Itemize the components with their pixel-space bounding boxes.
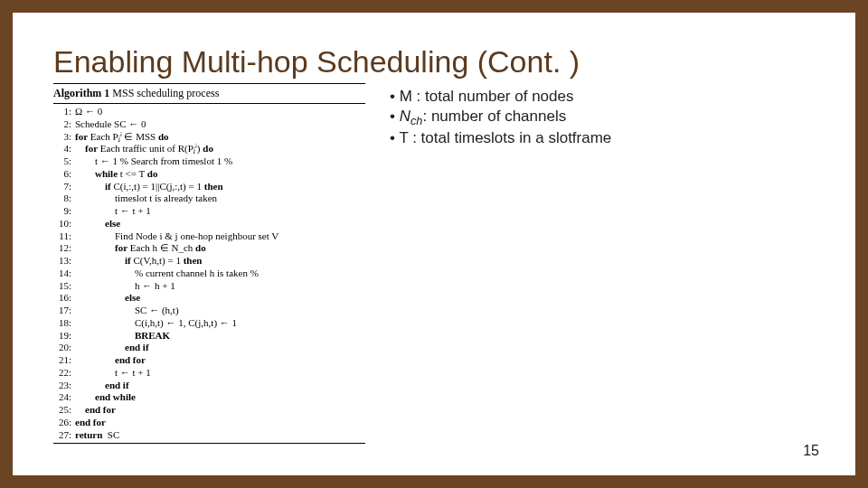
- line-number: 18:: [53, 317, 75, 330]
- algorithm-line: 5: t ← 1 % Search from timeslot 1 %: [53, 155, 365, 168]
- slide-title: Enabling Multi-hop Scheduling (Cont. ): [53, 44, 815, 80]
- line-code: end if: [75, 380, 129, 392]
- slide-number: 15: [803, 443, 819, 459]
- algorithm-line: 10: else: [53, 218, 365, 230]
- algorithm-line: 22: t ← t + 1: [53, 367, 365, 380]
- line-number: 24:: [53, 391, 75, 404]
- line-number: 16:: [53, 292, 75, 305]
- line-number: 21:: [53, 354, 75, 367]
- legend-nch-rest: : number of channels: [422, 108, 566, 125]
- line-code: end for: [75, 354, 146, 367]
- line-number: 25:: [53, 404, 75, 417]
- line-number: 11:: [53, 230, 75, 243]
- algorithm-line: 26:end for: [53, 417, 365, 429]
- algorithm-line: 21: end for: [53, 354, 365, 367]
- line-code: end for: [75, 417, 106, 429]
- line-code: t ← t + 1: [75, 205, 151, 218]
- line-code: timeslot t is already taken: [75, 192, 217, 205]
- algorithm-line: 12: for Each h ∈ N_ch do: [53, 242, 365, 255]
- line-code: BREAK: [75, 330, 170, 343]
- legend-m: M : total number of nodes: [388, 88, 611, 106]
- algorithm-line: 23: end if: [53, 380, 365, 392]
- legend-nch-sub: ch: [410, 114, 422, 127]
- line-code: C(i,h,t) ← 1, C(j,h,t) ← 1: [75, 317, 237, 330]
- algorithm-line: 15: h ← h + 1: [53, 280, 365, 293]
- line-code: if C(i,:,t) = 1||C(j,:,t) = 1 then: [75, 181, 223, 193]
- line-number: 8:: [53, 192, 75, 205]
- line-number: 6:: [53, 168, 75, 181]
- line-code: end for: [75, 404, 116, 417]
- algorithm-line: 13: if C(V,h,t) = 1 then: [53, 255, 365, 267]
- algorithm-line: 16: else: [53, 292, 365, 305]
- legend-nch: Nch: number of channels: [388, 108, 611, 127]
- line-code: % current channel h is taken %: [75, 267, 259, 280]
- algorithm-line: 27:return SC: [53, 429, 365, 442]
- legend: M : total number of nodes Nch: number of…: [388, 88, 611, 444]
- line-code: if C(V,h,t) = 1 then: [75, 255, 202, 267]
- algorithm-caption-bold: Algorithm 1: [53, 87, 109, 99]
- line-number: 22:: [53, 367, 75, 380]
- line-number: 2:: [53, 118, 75, 131]
- line-number: 5:: [53, 155, 75, 168]
- line-code: t ← t + 1: [75, 367, 151, 380]
- line-number: 23:: [53, 380, 75, 392]
- legend-t: T : total timeslots in a slotframe: [388, 129, 611, 147]
- algorithm-line: 8: timeslot t is already taken: [53, 192, 365, 205]
- algorithm-line: 14: % current channel h is taken %: [53, 267, 365, 280]
- algorithm-line: 24: end while: [53, 391, 365, 404]
- line-number: 19:: [53, 330, 75, 343]
- line-number: 26:: [53, 417, 75, 429]
- algorithm-line: 19: BREAK: [53, 330, 365, 343]
- line-code: else: [75, 218, 120, 230]
- algorithm-line: 1:Ω ← 0: [53, 106, 365, 118]
- line-number: 13:: [53, 255, 75, 267]
- algorithm-line: 25: end for: [53, 404, 365, 417]
- line-number: 17:: [53, 305, 75, 317]
- line-number: 9:: [53, 205, 75, 218]
- line-code: Find Node i & j one-hop neighbour set V: [75, 230, 278, 243]
- algorithm-box: Algorithm 1 MSS scheduling process 1:Ω ←…: [53, 83, 365, 444]
- algorithm-line: 18: C(i,h,t) ← 1, C(j,h,t) ← 1: [53, 317, 365, 330]
- line-number: 20:: [53, 342, 75, 354]
- line-number: 10:: [53, 218, 75, 230]
- slide-content: Enabling Multi-hop Scheduling (Cont. ) A…: [13, 13, 855, 475]
- algorithm-line: 7: if C(i,:,t) = 1||C(j,:,t) = 1 then: [53, 181, 365, 193]
- algorithm-line: 9: t ← t + 1: [53, 205, 365, 218]
- line-code: Ω ← 0: [75, 106, 102, 118]
- algorithm-line: 11: Find Node i & j one-hop neighbour se…: [53, 230, 365, 243]
- line-code: while t <= T do: [75, 168, 157, 181]
- line-number: 14:: [53, 267, 75, 280]
- legend-nch-sym: N: [400, 108, 410, 125]
- line-code: end if: [75, 342, 149, 354]
- line-number: 4:: [53, 143, 75, 155]
- line-code: else: [75, 292, 140, 305]
- algorithm-line: 20: end if: [53, 342, 365, 354]
- algorithm-line: 3:for Each Pⱼⁱ ∈ MSS do: [53, 131, 365, 144]
- line-code: for Each traffic unit of R(Pⱼⁱ) do: [75, 143, 213, 155]
- line-number: 1:: [53, 106, 75, 118]
- line-number: 12:: [53, 242, 75, 255]
- line-number: 15:: [53, 280, 75, 293]
- line-code: return SC: [75, 429, 119, 442]
- algorithm-body: 1:Ω ← 02:Schedule SC ← 03:for Each Pⱼⁱ ∈…: [53, 104, 365, 444]
- algorithm-caption: Algorithm 1 MSS scheduling process: [53, 83, 365, 104]
- line-code: h ← h + 1: [75, 280, 175, 293]
- line-number: 3:: [53, 131, 75, 144]
- line-code: SC ← (h,t): [75, 305, 179, 317]
- line-number: 27:: [53, 429, 75, 442]
- line-code: for Each h ∈ N_ch do: [75, 242, 206, 255]
- algorithm-caption-rest: MSS scheduling process: [109, 87, 219, 99]
- content-row: Algorithm 1 MSS scheduling process 1:Ω ←…: [53, 83, 815, 444]
- line-code: end while: [75, 391, 136, 404]
- line-code: for Each Pⱼⁱ ∈ MSS do: [75, 131, 169, 144]
- algorithm-line: 6: while t <= T do: [53, 168, 365, 181]
- slide-frame: Enabling Multi-hop Scheduling (Cont. ) A…: [0, 0, 868, 488]
- line-code: Schedule SC ← 0: [75, 118, 146, 131]
- line-code: t ← 1 % Search from timeslot 1 %: [75, 155, 232, 168]
- algorithm-line: 4: for Each traffic unit of R(Pⱼⁱ) do: [53, 143, 365, 155]
- line-number: 7:: [53, 181, 75, 193]
- algorithm-line: 17: SC ← (h,t): [53, 305, 365, 317]
- algorithm-line: 2:Schedule SC ← 0: [53, 118, 365, 131]
